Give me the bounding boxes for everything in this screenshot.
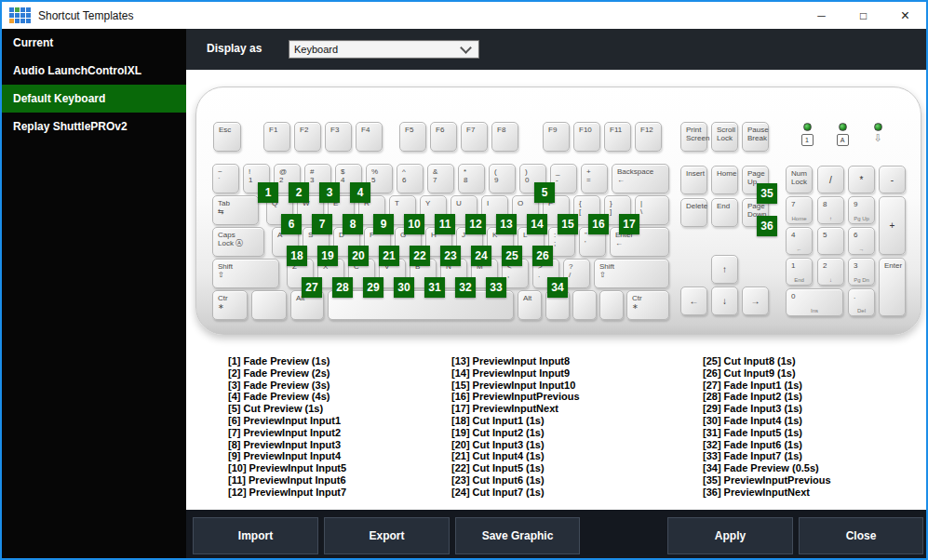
key-ctr[interactable]: Ctr∗	[626, 290, 669, 320]
key-sublabel: ←	[797, 247, 802, 252]
key-2[interactable]: 2↓	[817, 258, 844, 286]
legend-item: [30] Fade Input4 (1s)	[703, 415, 831, 427]
key-6[interactable]: ^6	[397, 164, 424, 193]
key-shift[interactable]: Shift⇧	[594, 259, 669, 288]
savegraphic-button[interactable]: Save Graphic	[455, 517, 580, 554]
key-blank[interactable]: ←	[680, 287, 707, 315]
key-alt[interactable]: Alt	[518, 290, 542, 320]
key-f12[interactable]: F12	[635, 122, 662, 152]
key-blank[interactable]: *	[848, 166, 875, 193]
key-label: 8	[823, 200, 843, 208]
key-blank[interactable]	[572, 290, 597, 320]
key-label: -	[891, 176, 894, 184]
key-f10[interactable]: F10	[573, 122, 600, 152]
key-label: )	[525, 167, 545, 176]
shortcut-badge-21: 21	[379, 246, 399, 266]
key-sublabel: ↓	[829, 277, 832, 283]
key-tab[interactable]: Tab⇆	[212, 195, 259, 225]
key-label: *	[464, 167, 484, 176]
key-blank[interactable]: ↓	[711, 287, 738, 315]
maximize-button[interactable]: □	[842, 2, 884, 29]
key-blank[interactable]: -	[879, 166, 906, 193]
import-button[interactable]: Import	[193, 517, 318, 554]
key-8[interactable]: 8↑	[817, 196, 844, 224]
display-as-dropdown[interactable]: Keyboard	[289, 40, 479, 59]
key-f3[interactable]: F3	[325, 122, 352, 152]
shortcut-badge-23: 23	[440, 246, 461, 266]
key-7[interactable]: 7Home	[786, 196, 813, 224]
key-f9[interactable]: F9	[543, 122, 570, 152]
legend-item: [32] Fade Input6 (1s)	[703, 439, 831, 451]
key-blank[interactable]: +=	[581, 164, 608, 193]
key-7[interactable]: &7	[427, 164, 454, 193]
close-button[interactable]: Close	[799, 517, 923, 554]
export-button[interactable]: Export	[324, 517, 450, 554]
key-label: Scroll	[717, 126, 737, 134]
close-button[interactable]: ×	[884, 2, 926, 29]
key-9[interactable]: 9Pg Up	[848, 196, 875, 224]
key-f8[interactable]: F8	[491, 122, 518, 152]
keyboard-led: ⇩	[868, 123, 887, 144]
key-blank[interactable]: +	[879, 196, 906, 255]
key-f6[interactable]: F6	[430, 122, 457, 152]
key-blank[interactable]: →	[742, 287, 769, 315]
key-blank[interactable]: |\	[635, 195, 669, 225]
key-label: Alt	[523, 294, 541, 302]
key-esc[interactable]: Esc	[213, 122, 241, 152]
key-1[interactable]: 1End	[786, 258, 813, 286]
key-0[interactable]: 0Ins	[786, 288, 843, 316]
sidebar-item-replayshuttleprov2[interactable]: Replay ShuttlePROv2	[2, 113, 186, 140]
key-pausebreak[interactable]: PauseBreak	[742, 122, 769, 152]
key-f1[interactable]: F1	[263, 122, 290, 152]
key-3[interactable]: 3Pg Dn	[848, 258, 875, 286]
key-label: (	[494, 167, 515, 176]
key-f11[interactable]: F11	[604, 122, 631, 152]
app-icon-cell	[15, 13, 20, 18]
key-label: ^	[402, 167, 423, 176]
key-4[interactable]: 4←	[786, 227, 813, 255]
key-f5[interactable]: F5	[399, 122, 426, 152]
key-label: _	[556, 167, 576, 176]
key-blank[interactable]: .Del	[848, 288, 875, 316]
template-sidebar: CurrentAudio LaunchControlXLDefault Keyb…	[2, 29, 186, 558]
key-8[interactable]: *8	[458, 164, 485, 193]
key-6[interactable]: 6→	[848, 227, 875, 255]
key-scrolllock[interactable]: ScrollLock	[711, 122, 738, 152]
key-capslock[interactable]: CapsLock Ⓐ	[212, 227, 264, 257]
key-blank[interactable]	[599, 290, 624, 320]
key-home[interactable]: Home	[711, 166, 738, 194]
key-f4[interactable]: F4	[356, 122, 383, 152]
sidebar-item-defaultkeyboard[interactable]: Default Keyboard	[2, 85, 186, 113]
key-label: +	[890, 221, 895, 230]
key-insert[interactable]: Insert	[680, 166, 707, 194]
app-icon-cell	[20, 7, 25, 12]
key-blank[interactable]: ~`	[212, 164, 239, 193]
legend-item: [23] Cut Input6 (1s)	[451, 474, 580, 487]
key-label: 9	[854, 200, 874, 208]
legend-column-2: [13] PreviewInput Input8[14] PreviewInpu…	[451, 355, 580, 499]
key-blank[interactable]: /	[817, 166, 844, 193]
key-label: Num	[791, 169, 812, 178]
key-blank[interactable]: ↑	[711, 255, 738, 284]
key-delete[interactable]: Delete	[680, 198, 707, 227]
key-label: I	[487, 199, 507, 207]
shortcut-badge-13: 13	[496, 214, 517, 234]
apply-button[interactable]: Apply	[667, 517, 793, 554]
key-f2[interactable]: F2	[294, 122, 321, 152]
key-enter[interactable]: Enter	[879, 258, 906, 316]
minimize-button[interactable]: ─	[800, 2, 842, 29]
key-numlock[interactable]: NumLock	[786, 166, 813, 193]
key-ctr[interactable]: Ctr∗	[212, 290, 248, 320]
sidebar-item-current[interactable]: Current	[2, 29, 186, 57]
key-label: 7	[433, 176, 453, 184]
key-blank[interactable]	[251, 290, 287, 320]
key-end[interactable]: End	[711, 198, 738, 227]
sidebar-item-audiolaunchcontrol[interactable]: Audio LaunchControlXL	[2, 57, 186, 85]
legend-item: [4] Fade Preview (4s)	[228, 391, 346, 403]
key-shift[interactable]: Shift⇧	[212, 259, 279, 288]
key-5[interactable]: 5	[817, 227, 844, 255]
key-9[interactable]: (9	[489, 164, 516, 193]
key-printscreen[interactable]: PrintScreen	[680, 122, 707, 152]
key-f7[interactable]: F7	[461, 122, 488, 152]
key-backspace[interactable]: Backspace←	[612, 164, 669, 193]
